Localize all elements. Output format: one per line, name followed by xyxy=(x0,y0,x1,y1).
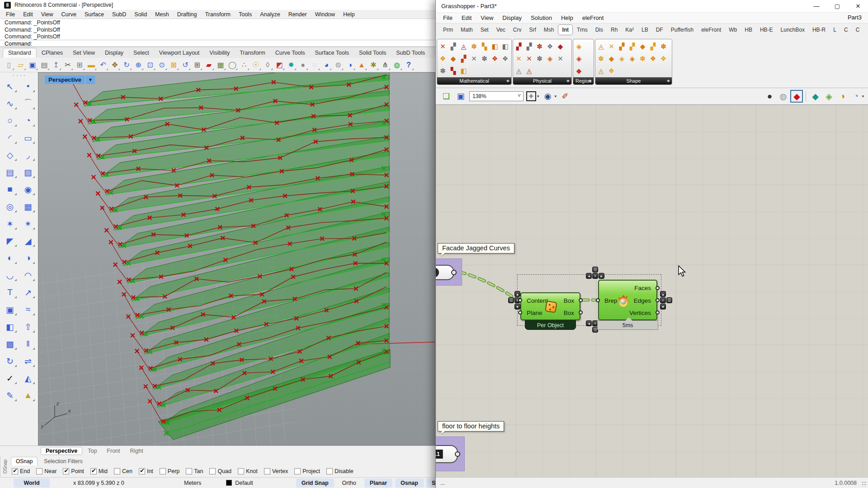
list-button-icon[interactable]: ☰ xyxy=(666,297,672,303)
osnap-tab[interactable]: OSnap xyxy=(11,457,38,465)
blend-curve-tool-icon[interactable]: ◡ xyxy=(2,268,18,282)
preview-teal-gem-icon[interactable]: ◆ xyxy=(809,90,821,102)
rhino-menu-item[interactable]: Edit xyxy=(19,11,37,18)
status-toggle[interactable]: Planar xyxy=(364,479,392,488)
left-arrow-button[interactable]: ◂ xyxy=(586,320,592,326)
component-icon[interactable]: ❖ xyxy=(545,41,555,52)
raytraced-display-icon[interactable]: ◑ xyxy=(344,60,355,70)
document-tab[interactable]: Part3 xyxy=(848,14,868,21)
down-arrow-button[interactable]: ▾ xyxy=(660,304,666,310)
lock-icon[interactable]: ◊ xyxy=(262,60,273,70)
component-icon[interactable]: ◬ xyxy=(596,41,606,52)
grasshopper-menu-item[interactable]: Edit xyxy=(457,14,476,22)
units-label[interactable]: Meters xyxy=(184,480,201,486)
grasshopper-menu-item[interactable]: View xyxy=(476,14,498,22)
preview-dropdown-icon[interactable]: ▾ xyxy=(555,94,557,99)
toolbar-tab[interactable]: Set View xyxy=(68,48,100,58)
component-icon[interactable]: ▞ xyxy=(448,41,458,52)
ribbon-tab[interactable]: Crv xyxy=(509,25,525,35)
resize-grip[interactable] xyxy=(862,481,867,487)
component-icon[interactable]: ❖ xyxy=(438,53,448,65)
osnap-checkbox[interactable]: Tan xyxy=(186,468,203,474)
rhino-menu-item[interactable]: Analyze xyxy=(256,11,284,18)
viewport-layout-icon[interactable]: ⊞ xyxy=(192,60,203,70)
component-icon[interactable]: ◧ xyxy=(500,41,510,52)
point-tool-icon[interactable]: • xyxy=(20,80,36,93)
ribbon-tab[interactable]: Dis xyxy=(592,25,607,35)
ribbon-tab[interactable]: Pufferfish xyxy=(667,25,697,35)
gem-dropdown-icon[interactable]: ▾ xyxy=(862,94,864,99)
ribbon-tab[interactable]: LB xyxy=(638,25,652,35)
viewport-title-label[interactable]: Perspective xyxy=(45,75,85,84)
number-output-port[interactable] xyxy=(455,451,460,457)
surface-patch-tool-icon[interactable]: ▦ xyxy=(20,200,36,213)
ribbon-tab[interactable]: LunchBox xyxy=(777,25,808,35)
solid-spheres-tool-icon[interactable]: ◉ xyxy=(20,183,36,196)
edges-output-port[interactable] xyxy=(656,298,660,302)
grasshopper-menu-item[interactable]: File xyxy=(439,14,457,22)
ribbon-tab[interactable]: Vec xyxy=(493,25,509,35)
component-icon[interactable]: ✽ xyxy=(469,41,479,52)
component-icon[interactable]: ✕ xyxy=(469,53,479,65)
checkbox-icon[interactable] xyxy=(36,468,42,474)
checkbox-icon[interactable] xyxy=(90,468,97,474)
grasshopper-menu-item[interactable]: Solution xyxy=(526,14,557,22)
component-icon[interactable]: ◈ xyxy=(617,53,627,65)
checkbox-icon[interactable] xyxy=(114,468,120,474)
component-icon[interactable]: ✕ xyxy=(514,53,524,65)
osnap-checkbox[interactable]: Quad xyxy=(209,468,231,474)
split-tool-icon[interactable]: ◢ xyxy=(20,234,36,248)
toolbar-tab[interactable]: Standard xyxy=(3,48,37,58)
boolean-union-tool-icon[interactable]: ◐ xyxy=(2,251,18,265)
current-layer[interactable]: Default xyxy=(235,480,253,486)
zoom-dynamic-icon[interactable]: ⊕ xyxy=(133,60,144,70)
component-icon[interactable]: ▚ xyxy=(448,65,458,77)
render-globe-icon[interactable]: ◍ xyxy=(392,60,402,70)
surface-bend-tool-icon[interactable]: ▨ xyxy=(20,165,36,179)
osnap-checkbox[interactable]: Perp xyxy=(160,468,179,474)
ellipse-tool-icon[interactable]: ◔ xyxy=(20,114,36,127)
cut-icon[interactable]: ✂ xyxy=(62,60,73,70)
block-group-tool-icon[interactable]: ▣ xyxy=(2,303,18,316)
rhino-menu-item[interactable]: SubD xyxy=(108,11,130,18)
toolbar-tab[interactable]: Select xyxy=(128,48,154,58)
component-icon[interactable]: ❖ xyxy=(607,65,616,77)
component-icon[interactable]: ✕ xyxy=(556,53,565,65)
box-output-port[interactable] xyxy=(579,298,583,302)
cone-solids-tool-icon[interactable]: ◭ xyxy=(20,371,36,385)
arc-tool-icon[interactable]: ◜ xyxy=(2,131,18,145)
osnap-checkbox[interactable]: Project xyxy=(294,468,320,474)
rhino-menu-item[interactable]: File xyxy=(2,11,19,18)
toolbar-tab[interactable]: Transform xyxy=(235,48,270,58)
ribbon-tab[interactable]: HB xyxy=(741,25,756,35)
checkbox-icon[interactable] xyxy=(238,468,244,474)
grasshopper-canvas[interactable]: Facade Jagged Curves ☰ ◂+▸ ◂+▸ ☰ ☰ ▴+▾ xyxy=(436,105,868,477)
undo-view-icon[interactable]: ↺ xyxy=(180,60,191,70)
component-icon[interactable]: ◈ xyxy=(574,41,584,52)
explode-tool-icon[interactable]: ✶ xyxy=(2,217,18,230)
preview-eye-icon[interactable]: ◉ xyxy=(542,90,554,102)
component-icon[interactable]: ✽ xyxy=(480,53,489,65)
component-icon[interactable]: ◆ xyxy=(448,53,458,65)
toolbar-tab[interactable]: Viewport Layout xyxy=(154,48,204,58)
toolbar-tab[interactable]: Display xyxy=(100,48,128,58)
new-file-icon[interactable]: ▯ xyxy=(4,60,14,70)
rhino-menu-item[interactable]: Tools xyxy=(235,11,256,18)
component-icon[interactable]: ✽ xyxy=(596,53,606,65)
undo-icon[interactable]: ↶ xyxy=(98,60,108,70)
number-param-group[interactable]: 0.1 xyxy=(436,436,465,471)
zoom-extents-icon[interactable]: ✛ xyxy=(526,91,536,101)
sketchy-preview-icon[interactable]: ● xyxy=(764,90,775,102)
component-icon[interactable]: ▞ xyxy=(524,41,534,52)
component-icon[interactable]: ◆ xyxy=(638,41,647,52)
lamp-icon[interactable]: ☉ xyxy=(250,60,261,70)
viewport-tab[interactable]: Top xyxy=(83,447,101,455)
grid-sphere-icon[interactable]: ⊜ xyxy=(333,60,344,70)
toolbar-tab[interactable]: Solid Tools xyxy=(354,48,391,58)
component-icon[interactable]: ◈ xyxy=(545,53,555,65)
ribbon-tab[interactable]: Trns xyxy=(573,25,591,35)
preview-custom-gem-icon[interactable]: ◑ xyxy=(836,90,848,102)
grasshopper-menu-item[interactable]: Display xyxy=(498,14,526,22)
shaded-preview-icon[interactable]: ◆ xyxy=(791,90,802,102)
curves-group-label[interactable]: Facade Jagged Curves xyxy=(438,243,514,253)
